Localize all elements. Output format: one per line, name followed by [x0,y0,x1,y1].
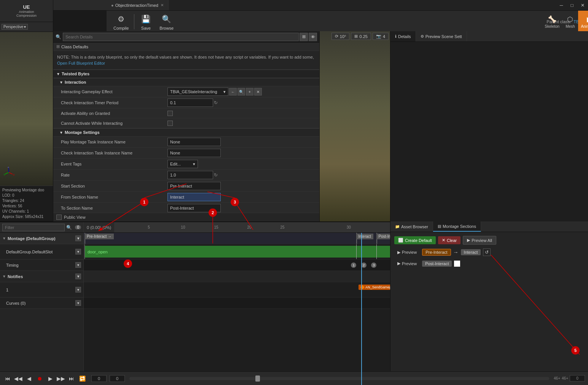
angle-value: 10° [340,34,346,39]
public-view-checkbox[interactable] [56,215,62,220]
subsection-montage-settings[interactable]: ▼ Montage Settings [53,128,319,137]
prop-interacting-gameplay-effect: Interacting Gameplay Effect TBIA_GEState… [53,86,319,97]
cannot-activate-checkbox[interactable] [167,121,173,126]
close-btn[interactable]: ✕ [577,0,588,11]
slot-pre-interact-line [84,244,85,259]
tab-title: ObjectInteractionTimed [115,3,158,8]
right-details-tabs: ℹ Details ⚙ Preview Scene Sett [390,31,588,42]
pre-interact-next-btn[interactable]: → [453,249,459,255]
mode-buttons: 🦴 Skeleton ⬡ Mesh ▶ Animation 📋 Blueprin… [542,11,588,33]
pre-interact-section-tag[interactable]: Pre-Interact [422,249,451,256]
details-eye-btn[interactable]: 👁 [309,33,317,41]
play-montage-input[interactable] [167,138,221,146]
go-to-start-btn[interactable]: ⏮ [3,374,12,383]
prop-check-interaction-timer-period: Check Interaction Timer Period ↻ [53,97,319,108]
tab-preview-scene[interactable]: ⚙ Preview Scene Sett [416,31,467,41]
tab-details[interactable]: ℹ Details [390,31,416,41]
open-blueprint-editor-link[interactable]: Open Full Blueprint Editor [57,61,105,65]
details-grid-btn[interactable]: ⊞ [300,33,308,41]
from-section-input[interactable] [167,193,221,201]
go-to-end-btn[interactable]: ⏭ [67,374,76,383]
track-montage-dropdown[interactable]: ▾ [75,235,81,241]
preview-all-btn[interactable]: ▶ Preview All [463,236,496,245]
play-btn[interactable]: ▶ [46,374,55,383]
reverse-play-btn[interactable]: ◀ [24,374,33,383]
grid-control[interactable]: ⊞ 0.25 [351,33,371,40]
restore-btn[interactable]: □ [567,0,577,11]
pre-interact-label: Pre-Interact → [87,234,112,239]
perspective-dropdown[interactable]: Perspective ▾ [2,24,28,30]
ruler-15: 15 [214,225,218,229]
camera-icon: 📷 [376,34,381,39]
notifies-collapse-icon[interactable]: ▼ [2,274,6,278]
gameplay-effect-dropdown[interactable]: TBIA_GEStateInteracting ▾ [167,88,228,96]
details-search-input[interactable] [63,33,299,41]
prop-label-check-timer: Check Interaction Timer Period [61,100,167,105]
tab-montage-sections[interactable]: ▤ Montage Sections [433,221,481,232]
clear-label: Clear [447,238,457,243]
next-frame-btn[interactable]: ▶▶ [56,374,65,383]
prop-back-btn[interactable]: ← [229,88,237,95]
track-label-notifies: ▼ Notifies ▾ [0,271,83,282]
tab-asset-browser[interactable]: 📁 Asset Browser [390,221,433,232]
subsection-interaction[interactable]: ▼ Interaction [53,78,319,86]
camera-control[interactable]: 📷 4 [373,33,389,40]
post-interact-white-box[interactable] [454,261,460,267]
window-controls: ─ □ ✕ [556,0,588,10]
prev-frame-btn[interactable]: ◀◀ [14,374,23,383]
section-twisted-bytes[interactable]: ▼ Twisted Bytes [53,70,319,78]
prop-check-task-instance: Check Interaction Task Instance Name [53,148,319,159]
browse-label: Browse [159,26,174,30]
mode-btn-animation[interactable]: ▶ Animation [578,11,588,33]
prop-clear-btn[interactable]: ✕ [254,88,262,95]
progress-thumb[interactable] [255,375,260,382]
progress-bar-container[interactable] [129,377,549,380]
browse-button[interactable]: 🔍 Browse [156,11,177,32]
public-view-label: Public View [64,215,86,220]
interact-section-tag[interactable]: Interact [461,249,481,255]
check-timer-input[interactable] [167,99,213,107]
save-label: Save [141,26,151,30]
section-label: Twisted Bytes [62,72,89,76]
pre-interact-tag[interactable]: Pre-Interact → [84,234,114,239]
clear-btn[interactable]: ✕ Clear [438,236,461,244]
angle-control[interactable]: ⟳ 10° [331,33,350,40]
loop-btn[interactable]: 🔁 [78,374,87,383]
prop-value-rate: ↻ [167,171,316,179]
prop-search-btn[interactable]: 🔍 [237,88,245,95]
check-task-input[interactable] [167,149,221,157]
minimize-btn[interactable]: ─ [556,0,567,11]
preview-pre-interact-btn[interactable]: ▶ Preview [394,249,420,256]
start-section-input[interactable] [167,182,221,190]
preview-post-interact-btn[interactable]: ▶ Preview [394,260,420,267]
mode-btn-skeleton[interactable]: 🦴 Skeleton [542,11,563,33]
post-interact-section-tag[interactable]: Post-Interact [422,261,452,267]
class-defaults-icon: ⊞ [56,44,60,49]
pre-interact-reset-btn[interactable]: ↺ [483,248,491,256]
tab-object-interaction-timed[interactable]: ● ObjectInteractionTimed ✕ [107,0,169,10]
public-view-row: Public View [53,213,319,221]
prop-add-btn[interactable]: + [246,88,253,95]
track-notifies-dropdown[interactable]: ▾ [75,274,81,279]
track-n1-dropdown[interactable]: ▾ [75,287,81,293]
sub-label: Interaction [65,80,86,84]
event-tags-dropdown[interactable]: Edit... ▾ [167,160,198,168]
record-btn[interactable]: ⏺ [35,374,44,383]
activate-ability-checkbox[interactable] [167,111,173,116]
interact-tag[interactable]: Interact [356,234,373,239]
create-default-btn[interactable]: ⬜ Create Default [394,236,436,244]
filter-input[interactable] [2,224,65,231]
details-tab-icon: ℹ [395,34,397,38]
spinner-icon[interactable]: ↻ [214,100,218,105]
save-button[interactable]: 💾 Save [136,11,156,32]
track-slot-dropdown[interactable]: ▾ [75,249,81,255]
rate-input[interactable] [167,171,213,179]
track-collapse-icon[interactable]: ▼ [2,236,6,240]
compile-button[interactable]: ⚙ Compile [110,11,132,32]
track-timing-dropdown[interactable]: ▾ [75,262,81,268]
prop-value-from-section [167,193,316,201]
tab-close-btn[interactable]: ✕ [161,3,164,7]
track-curves-dropdown[interactable]: ▾ [75,300,81,306]
rate-spinner-icon[interactable]: ↻ [214,172,218,178]
mode-btn-mesh[interactable]: ⬡ Mesh [563,11,578,33]
